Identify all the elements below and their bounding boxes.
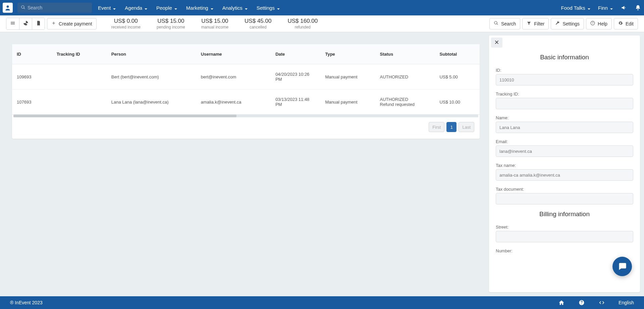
col-subtotal[interactable]: Subtotal	[435, 44, 480, 64]
filter-icon	[527, 21, 531, 26]
chevron-down-icon	[277, 6, 280, 9]
nav-label: Marketing	[186, 5, 208, 11]
table-row[interactable]: 109693 Bert (bert@inevent.com) bert@inev…	[12, 64, 480, 89]
field-tracking-id[interactable]	[496, 98, 633, 109]
col-person[interactable]: Person	[107, 44, 196, 64]
nav-item-marketing[interactable]: Marketing	[186, 5, 214, 11]
col-username[interactable]: Username	[196, 44, 271, 64]
summary-amount: US$ 15.00	[157, 18, 185, 24]
cell-person: Lana Lana (lana@inevent.ca)	[107, 89, 196, 115]
page-first-button[interactable]: First	[429, 122, 444, 132]
nav-label: Event	[98, 5, 111, 11]
settings-button[interactable]: Settings	[551, 18, 584, 29]
nav-label: People	[156, 5, 172, 11]
megaphone-icon[interactable]	[621, 4, 627, 11]
nav-item-agenda[interactable]: Agenda	[125, 5, 148, 11]
plus-icon	[51, 21, 56, 26]
help-icon[interactable]	[578, 299, 585, 306]
create-payment-button[interactable]: Create payment	[47, 18, 97, 29]
income-summary: US$ 0.00 received income US$ 15.00 pendi…	[111, 18, 318, 29]
table-row[interactable]: 107693 Lana Lana (lana@inevent.ca) amali…	[12, 89, 480, 115]
global-search-input[interactable]	[28, 5, 89, 10]
nav-item-event[interactable]: Event	[98, 5, 116, 11]
field-id[interactable]: 110010	[496, 74, 633, 85]
cell-status: AUTHORIZED Refund requested	[375, 89, 435, 115]
global-search[interactable]	[17, 3, 92, 13]
nav-item-settings[interactable]: Settings	[257, 5, 280, 11]
summary-amount: US$ 160.00	[287, 18, 318, 24]
nav-label: Agenda	[125, 5, 142, 11]
edit-button[interactable]: Edit	[614, 18, 638, 29]
cell-person: Bert (bert@inevent.com)	[107, 64, 196, 89]
label-email: Email:	[496, 139, 633, 144]
chat-fab[interactable]	[612, 257, 632, 276]
view-toggle	[6, 18, 45, 30]
user-menu[interactable]: Finn	[598, 5, 613, 11]
field-tax-name[interactable]: amalia-ca amalia.k@inevent.ca	[496, 169, 633, 181]
field-tax-document[interactable]	[496, 193, 633, 204]
cell-subtotal: US$ 10.00	[435, 89, 480, 115]
scrollbar-thumb[interactable]	[13, 115, 236, 117]
org-switcher[interactable]: Food Talks	[561, 5, 591, 11]
label-tracking-id: Tracking ID:	[496, 91, 633, 97]
home-icon[interactable]	[558, 299, 565, 306]
view-chart-button[interactable]	[19, 18, 32, 29]
nav-menu: Event Agenda People Marketing Analytics …	[98, 5, 280, 11]
help-button[interactable]: ? Help	[586, 18, 612, 29]
button-label: Edit	[626, 21, 634, 26]
bell-icon[interactable]	[635, 4, 641, 11]
page-last-button[interactable]: Last	[459, 122, 474, 132]
pie-chart-icon	[23, 20, 29, 27]
cell-username: bert@inevent.com	[196, 64, 271, 89]
language-selector[interactable]: English	[619, 300, 634, 305]
toolbar: Create payment US$ 0.00 received income …	[0, 15, 644, 32]
cell-type: Manual payment	[320, 64, 375, 89]
workspace: ID Tracking ID Person Username Date Type…	[0, 32, 644, 296]
field-street[interactable]	[496, 231, 633, 242]
page-1-button[interactable]: 1	[446, 122, 457, 132]
summary-refunded: US$ 160.00 refunded	[287, 18, 318, 29]
cell-status: AUTHORIZED	[375, 64, 435, 89]
user-name: Finn	[598, 5, 608, 11]
col-type[interactable]: Type	[320, 44, 375, 64]
view-doc-button[interactable]	[32, 18, 45, 29]
cell-id: 109693	[12, 64, 52, 89]
search-button[interactable]: Search	[489, 18, 520, 29]
brand-logo[interactable]	[3, 3, 13, 13]
summary-amount: US$ 45.00	[245, 18, 271, 24]
nav-label: Settings	[257, 5, 275, 11]
summary-label: cancelled	[245, 25, 271, 29]
field-email[interactable]: lana@inevent.ca	[496, 145, 633, 157]
summary-amount: US$ 15.00	[201, 18, 228, 24]
button-label: Help	[598, 21, 607, 26]
col-date[interactable]: Date	[271, 44, 320, 64]
summary-received: US$ 0.00 received income	[111, 18, 141, 29]
filter-button[interactable]: Filter	[522, 18, 549, 29]
summary-manual: US$ 15.00 manual income	[201, 18, 228, 29]
view-list-button[interactable]	[6, 18, 19, 29]
chevron-down-icon	[245, 6, 248, 9]
nav-item-people[interactable]: People	[156, 5, 177, 11]
chevron-down-icon	[113, 6, 116, 9]
table-header-row: ID Tracking ID Person Username Date Type…	[12, 44, 480, 64]
nav-right: Food Talks Finn	[561, 4, 641, 11]
chevron-down-icon	[174, 6, 177, 9]
summary-label: refunded	[287, 25, 318, 29]
document-icon	[36, 20, 41, 27]
nav-item-analytics[interactable]: Analytics	[222, 5, 248, 11]
search-icon	[21, 5, 28, 11]
field-name[interactable]: Lana Lana	[496, 122, 633, 133]
code-icon[interactable]	[598, 299, 605, 306]
button-label: Settings	[562, 21, 580, 26]
col-id[interactable]: ID	[12, 44, 52, 64]
org-name: Food Talks	[561, 5, 585, 11]
col-status[interactable]: Status	[375, 44, 435, 64]
footer: ® InEvent 2023 English	[0, 296, 644, 309]
cell-id: 107693	[12, 89, 52, 115]
chevron-down-icon	[144, 6, 148, 9]
col-tracking[interactable]: Tracking ID	[52, 44, 107, 64]
close-panel-button[interactable]	[491, 38, 502, 48]
horizontal-scrollbar[interactable]	[13, 115, 478, 117]
pagination: First 1 Last	[12, 117, 480, 133]
summary-cancelled: US$ 45.00 cancelled	[245, 18, 271, 29]
